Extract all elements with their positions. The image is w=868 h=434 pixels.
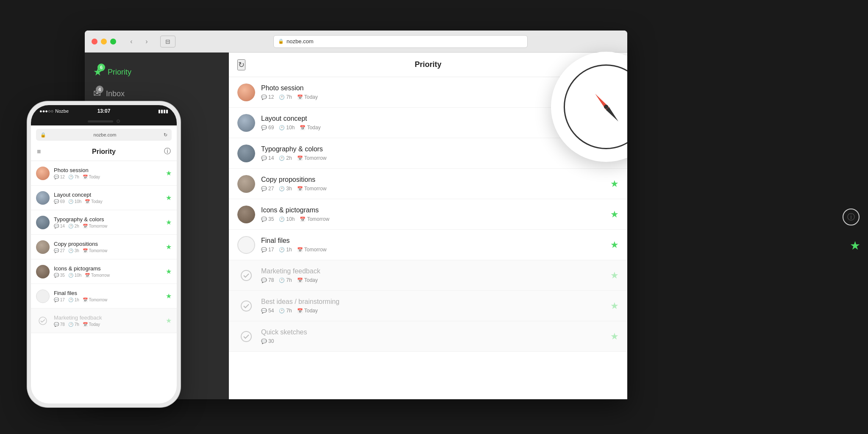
star-icon[interactable]: ★ xyxy=(610,300,619,312)
clock-icon: 🕐 xyxy=(279,278,285,283)
svg-point-2 xyxy=(241,331,251,342)
clock-icon: 🕐 xyxy=(279,95,285,100)
phone-speaker xyxy=(88,120,113,122)
table-row[interactable]: Final files 💬 17 🕐 1h 📅 xyxy=(229,230,627,260)
star-icon[interactable]: ★ xyxy=(166,317,172,325)
task-info: Quick sketches 💬 30 xyxy=(261,328,606,344)
task-name: Copy propositions xyxy=(54,241,163,247)
phone-url-bar[interactable]: 🔒 nozbe.com ↻ xyxy=(36,129,172,141)
task-name: Final files xyxy=(54,290,163,296)
phone-camera xyxy=(117,120,120,123)
comment-count: 💬 30 xyxy=(261,338,274,344)
avatar xyxy=(36,265,50,278)
browser-titlebar: ‹ › ⊟ 🔒 nozbe.com xyxy=(85,31,627,53)
priority-label: Priority xyxy=(108,68,131,77)
star-icon[interactable]: ★ xyxy=(610,270,619,281)
list-item[interactable]: Copy propositions 💬 27 🕐 3h 📅 Tomorrow ★ xyxy=(31,235,177,259)
avatar xyxy=(237,83,255,101)
comment-count: 💬 69 xyxy=(261,125,274,131)
avatar xyxy=(36,240,50,254)
minimize-button[interactable] xyxy=(101,39,107,45)
star-icon[interactable]: ★ xyxy=(610,331,619,342)
task-name: Typography & colors xyxy=(54,216,163,223)
task-meta: 💬 17 🕐 1h 📅 Tomorrow xyxy=(261,247,606,253)
phone-carrier: ●●●○○ Nozbe xyxy=(39,108,69,114)
task-info: Photo session 💬 12 🕐 7h 📅 Today xyxy=(54,167,163,179)
phone-inner: ●●●○○ Nozbe 13:07 ▮▮▮▮ 🔒 nozbe.com ↻ xyxy=(31,105,177,403)
info-icon: ⓘ xyxy=(847,212,855,222)
comment-icon: 💬 xyxy=(261,186,267,192)
time-estimate: 🕐 10h xyxy=(279,216,295,222)
task-info: Marketing feedback 💬 78 🕐 7h 📅 Today xyxy=(54,314,163,327)
clock-icon: 🕐 xyxy=(279,125,285,131)
time-estimate: 🕐 3h xyxy=(279,186,292,192)
task-meta: 💬 30 xyxy=(261,338,606,344)
sidebar-toggle-button[interactable]: ⊟ xyxy=(160,36,175,47)
avatar xyxy=(36,216,50,229)
table-row[interactable]: Copy propositions 💬 27 🕐 3h 📅 xyxy=(229,169,627,199)
list-item[interactable]: Marketing feedback 💬 78 🕐 7h 📅 Today ★ xyxy=(31,309,177,333)
time-estimate: 🕐 1h xyxy=(279,247,292,253)
star-icon[interactable]: ★ xyxy=(166,267,172,275)
comment-count: 💬 27 xyxy=(261,186,274,192)
star-icon[interactable]: ★ xyxy=(166,169,172,177)
table-row[interactable]: Icons & pictograms 💬 35 🕐 10h xyxy=(229,199,627,230)
comment-icon: 💬 xyxy=(261,278,267,283)
table-row[interactable]: Best ideas / brainstorming 💬 54 🕐 7h xyxy=(229,291,627,321)
list-item[interactable]: Icons & pictograms 💬 35 🕐 10h 📅 Tomorrow… xyxy=(31,259,177,284)
task-name: Icons & pictograms xyxy=(261,206,606,214)
phone-header-title: Priority xyxy=(92,148,116,156)
task-name: Marketing feedback xyxy=(261,267,606,275)
check-icon xyxy=(36,314,50,328)
sidebar-item-inbox[interactable]: ✉ 4 Inbox xyxy=(85,83,229,104)
table-row[interactable]: Quick sketches 💬 30 ★ xyxy=(229,321,627,352)
sidebar-item-priority[interactable]: ★ 6 Priority xyxy=(85,61,229,83)
phone-info-button[interactable]: ⓘ xyxy=(164,147,171,156)
calendar-icon: 📅 xyxy=(297,247,303,253)
forward-button[interactable]: › xyxy=(140,36,153,47)
phone-lock-icon: 🔒 xyxy=(40,132,46,138)
phone-url-text: nozbe.com xyxy=(94,132,117,137)
task-name: Quick sketches xyxy=(261,328,606,336)
list-item[interactable]: Photo session 💬 12 🕐 7h 📅 Today ★ xyxy=(31,161,177,186)
task-meta: 💬 27 🕐 3h 📅 Tomorrow xyxy=(54,248,163,253)
star-icon[interactable]: ★ xyxy=(166,218,172,226)
phone-outer: ●●●○○ Nozbe 13:07 ▮▮▮▮ 🔒 nozbe.com ↻ xyxy=(28,102,180,407)
phone-task-list: Photo session 💬 12 🕐 7h 📅 Today ★ xyxy=(31,161,177,403)
avatar xyxy=(36,191,50,205)
avatar xyxy=(237,236,255,254)
back-button[interactable]: ‹ xyxy=(125,36,138,47)
star-icon[interactable]: ★ xyxy=(166,292,172,300)
list-item[interactable]: Final files 💬 17 🕐 1h 📅 Tomorrow ★ xyxy=(31,284,177,309)
star-icon[interactable]: ★ xyxy=(610,209,619,220)
close-button[interactable] xyxy=(92,39,97,45)
task-meta: 💬 14 🕐 2h 📅 Tomorrow xyxy=(261,155,606,161)
list-item[interactable]: Layout concept 💬 69 🕐 10h 📅 Today ★ xyxy=(31,186,177,210)
check-icon xyxy=(237,328,255,345)
task-info: Typography & colors 💬 14 🕐 2h xyxy=(261,145,606,161)
clock-icon: 🕐 xyxy=(279,186,285,192)
due-date: 📅 Tomorrow xyxy=(297,186,327,192)
table-row[interactable]: Marketing feedback 💬 78 🕐 7h � xyxy=(229,260,627,291)
star-icon[interactable]: ★ xyxy=(610,239,619,250)
priority-badge: 6 xyxy=(97,64,105,71)
url-bar[interactable]: 🔒 nozbe.com xyxy=(273,35,528,48)
svg-point-1 xyxy=(241,301,251,311)
refresh-button[interactable]: ↻ xyxy=(237,59,245,70)
calendar-icon: 📅 xyxy=(297,95,303,100)
task-name: Final files xyxy=(261,237,606,245)
calendar-icon: 📅 xyxy=(297,278,303,283)
clock-icon: 🕐 xyxy=(279,217,285,222)
lock-icon: 🔒 xyxy=(278,39,284,44)
star-icon[interactable]: ★ xyxy=(166,243,172,251)
phone-menu-button[interactable]: ≡ xyxy=(37,148,41,156)
task-meta: 💬 54 🕐 7h 📅 Today xyxy=(261,308,606,314)
info-button[interactable]: ⓘ xyxy=(843,209,860,225)
phone-reload-icon[interactable]: ↻ xyxy=(164,132,167,138)
star-icon[interactable]: ★ xyxy=(850,239,860,253)
phone-time: 13:07 xyxy=(97,108,111,114)
star-icon[interactable]: ★ xyxy=(166,194,172,202)
star-icon[interactable]: ★ xyxy=(610,178,619,189)
list-item[interactable]: Typography & colors 💬 14 🕐 2h 📅 Tomorrow… xyxy=(31,210,177,235)
maximize-button[interactable] xyxy=(110,39,116,45)
